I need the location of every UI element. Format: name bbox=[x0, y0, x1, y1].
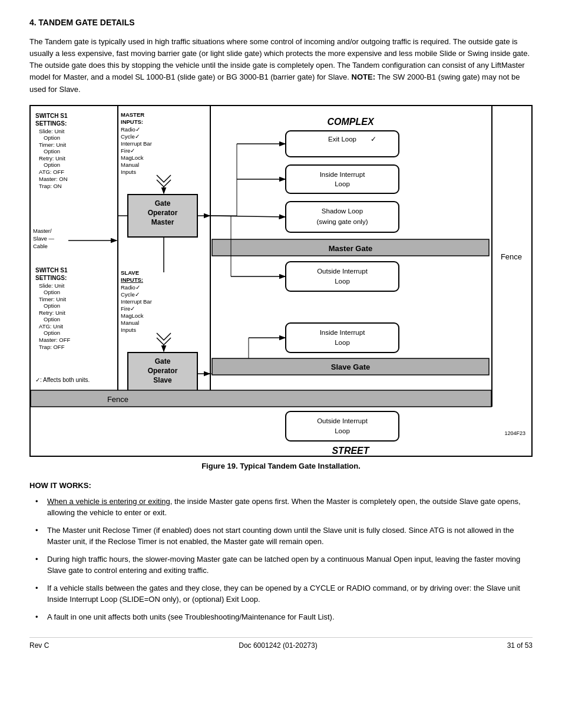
svg-text:Retry: Unit: Retry: Unit bbox=[39, 155, 65, 162]
svg-text:Trap: OFF: Trap: OFF bbox=[39, 344, 65, 350]
svg-rect-168 bbox=[286, 202, 399, 232]
svg-text:Inputs: Inputs bbox=[121, 327, 136, 333]
svg-text:INPUTS:: INPUTS: bbox=[121, 276, 143, 283]
svg-text:SWITCH S1: SWITCH S1 bbox=[35, 267, 68, 274]
svg-text:Shadow Loop: Shadow Loop bbox=[322, 207, 363, 215]
svg-rect-162 bbox=[286, 131, 399, 157]
svg-text:Manual: Manual bbox=[121, 162, 139, 168]
svg-text:MagLock: MagLock bbox=[121, 312, 144, 319]
svg-text:✓: Affects both units.: ✓: Affects both units. bbox=[35, 377, 90, 383]
svg-text:Loop: Loop bbox=[335, 180, 350, 187]
svg-text:Fire✓: Fire✓ bbox=[121, 305, 135, 312]
svg-text:✓: ✓ bbox=[371, 136, 376, 143]
diagram-wrapper: SWITCH S1 SETTINGS: Slide: Unit Option T… bbox=[29, 105, 533, 457]
bullet-list: When a vehicle is entering or exiting, t… bbox=[29, 496, 533, 623]
svg-text:Retry: Unit: Retry: Unit bbox=[39, 309, 65, 316]
svg-text:ATG: OFF: ATG: OFF bbox=[39, 169, 64, 175]
svg-text:1204F23: 1204F23 bbox=[504, 430, 525, 436]
svg-rect-184 bbox=[286, 323, 399, 353]
svg-text:Fence: Fence bbox=[501, 252, 522, 261]
footer-page: 31 of 53 bbox=[507, 641, 533, 650]
svg-text:SETTINGS:: SETTINGS: bbox=[35, 275, 67, 281]
svg-text:Slide: Unit: Slide: Unit bbox=[39, 282, 65, 289]
svg-text:STREET: STREET bbox=[332, 446, 369, 454]
svg-text:Slide: Unit: Slide: Unit bbox=[39, 128, 65, 134]
svg-text:Master: ON: Master: ON bbox=[39, 176, 68, 182]
svg-text:Operator: Operator bbox=[148, 367, 178, 375]
note-label: NOTE: bbox=[352, 73, 375, 81]
bullet-1-underline: When a vehicle is entering or exiting bbox=[47, 497, 170, 506]
section-heading: 4. TANDEM GATE DETAILS bbox=[29, 18, 533, 27]
figure-caption: Figure 19. Typical Tandem Gate Installat… bbox=[29, 462, 533, 470]
svg-text:Cycle✓: Cycle✓ bbox=[121, 291, 140, 298]
svg-text:Option: Option bbox=[44, 162, 60, 168]
svg-text:MagLock: MagLock bbox=[121, 154, 144, 161]
footer: Rev C Doc 6001242 (01-20273) 31 of 53 bbox=[29, 637, 533, 650]
svg-text:SETTINGS:: SETTINGS: bbox=[35, 120, 67, 127]
bullet-item-2: The Master unit Reclose Timer (if enable… bbox=[35, 525, 533, 548]
bullet-item-1: When a vehicle is entering or exiting, t… bbox=[35, 496, 533, 519]
svg-text:Master: OFF: Master: OFF bbox=[39, 337, 71, 343]
svg-text:Inside Interrupt: Inside Interrupt bbox=[320, 171, 366, 178]
svg-text:Outside Interrupt: Outside Interrupt bbox=[317, 417, 368, 424]
svg-text:Option: Option bbox=[44, 134, 60, 141]
footer-doc: Doc 6001242 (01-20273) bbox=[239, 641, 317, 650]
svg-text:Exit Loop: Exit Loop bbox=[328, 136, 356, 143]
svg-text:Gate: Gate bbox=[155, 357, 171, 365]
svg-rect-179 bbox=[286, 262, 399, 291]
svg-text:Manual: Manual bbox=[121, 319, 139, 326]
how-it-works-title: HOW IT WORKS: bbox=[29, 481, 533, 490]
svg-text:Outside Interrupt: Outside Interrupt bbox=[317, 268, 368, 275]
svg-rect-195 bbox=[286, 411, 399, 441]
svg-text:Master: Master bbox=[151, 218, 174, 226]
svg-text:SWITCH S1: SWITCH S1 bbox=[35, 113, 68, 119]
svg-text:(swing gate only): (swing gate only) bbox=[317, 218, 368, 225]
svg-text:Radio✓: Radio✓ bbox=[121, 284, 140, 291]
svg-text:ATG: Unit: ATG: Unit bbox=[39, 323, 63, 330]
bullet-item-4: If a vehicle stalls between the gates an… bbox=[35, 582, 533, 605]
svg-text:Timer: Unit: Timer: Unit bbox=[39, 296, 66, 302]
svg-rect-192 bbox=[31, 390, 491, 407]
svg-text:INPUTS:: INPUTS: bbox=[121, 118, 143, 125]
svg-text:Master/: Master/ bbox=[33, 228, 52, 234]
svg-rect-165 bbox=[286, 165, 399, 193]
svg-text:Option: Option bbox=[44, 302, 60, 309]
bullet-item-3: During high traffic hours, the slower-mo… bbox=[35, 554, 533, 577]
svg-text:Gate: Gate bbox=[155, 199, 171, 207]
svg-text:Fence: Fence bbox=[107, 395, 128, 404]
svg-text:Interrupt Bar: Interrupt Bar bbox=[121, 298, 152, 305]
footer-rev: Rev C bbox=[29, 641, 49, 650]
svg-text:Timer: Unit: Timer: Unit bbox=[39, 141, 66, 148]
svg-text:Radio✓: Radio✓ bbox=[121, 126, 140, 133]
section-title: TANDEM GATE DETAILS bbox=[38, 18, 134, 27]
how-it-works-section: HOW IT WORKS: When a vehicle is entering… bbox=[29, 481, 533, 623]
svg-text:Inputs: Inputs bbox=[121, 169, 136, 175]
bullet-item-5: A fault in one unit affects both units (… bbox=[35, 611, 533, 623]
svg-text:Option: Option bbox=[44, 330, 60, 336]
svg-text:SLAVE: SLAVE bbox=[121, 269, 139, 276]
svg-text:Inside Interrupt: Inside Interrupt bbox=[320, 329, 366, 336]
svg-text:Operator: Operator bbox=[148, 209, 178, 217]
svg-text:Trap: ON: Trap: ON bbox=[39, 183, 62, 189]
intro-paragraph: The Tandem gate is typically used in hig… bbox=[29, 36, 533, 95]
svg-text:Fire✓: Fire✓ bbox=[121, 147, 135, 154]
svg-text:Loop: Loop bbox=[335, 278, 350, 285]
svg-text:Slave —: Slave — bbox=[33, 235, 54, 242]
svg-text:Master Gate: Master Gate bbox=[329, 244, 372, 253]
svg-text:COMPLEX: COMPLEX bbox=[327, 117, 374, 127]
svg-text:Loop: Loop bbox=[335, 427, 350, 434]
svg-text:Option: Option bbox=[44, 289, 60, 295]
svg-text:Cycle✓: Cycle✓ bbox=[121, 133, 140, 140]
svg-text:Slave Gate: Slave Gate bbox=[331, 363, 371, 371]
section-number: 4. bbox=[29, 18, 37, 27]
svg-text:Slave: Slave bbox=[153, 376, 172, 384]
svg-text:Option: Option bbox=[44, 148, 60, 154]
svg-text:Interrupt Bar: Interrupt Bar bbox=[121, 140, 152, 147]
svg-text:Loop: Loop bbox=[335, 339, 350, 346]
svg-text:MASTER: MASTER bbox=[121, 111, 144, 118]
svg-text:Option: Option bbox=[44, 316, 60, 322]
svg-text:Cable: Cable bbox=[33, 243, 48, 249]
